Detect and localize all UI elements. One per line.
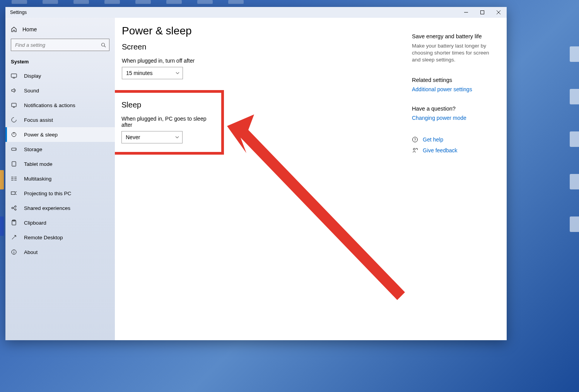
sleep-highlight-box: Sleep When plugged in, PC goes to sleep … bbox=[115, 90, 224, 155]
feedback-icon bbox=[412, 147, 418, 153]
projecting-icon bbox=[11, 190, 17, 196]
right-column: Save energy and battery life Make your b… bbox=[412, 33, 495, 158]
shared-icon bbox=[11, 205, 17, 211]
window-title: Settings bbox=[5, 10, 27, 15]
give-feedback-link: Give feedback bbox=[423, 147, 458, 153]
sleep-timeout-value: Never bbox=[126, 134, 140, 140]
sidebar-item-label: About bbox=[24, 249, 38, 255]
search-input[interactable] bbox=[11, 42, 109, 48]
settings-window: Settings Home bbox=[5, 7, 507, 340]
question-heading: Have a question? bbox=[412, 106, 495, 112]
screen-timeout-value: 15 minutes bbox=[126, 70, 152, 76]
svg-point-24 bbox=[15, 209, 16, 210]
svg-point-30 bbox=[14, 251, 14, 251]
sleep-heading: Sleep bbox=[121, 101, 214, 109]
svg-point-35 bbox=[413, 148, 415, 150]
chevron-down-icon bbox=[175, 136, 179, 138]
sleep-label: When plugged in, PC goes to sleep after bbox=[121, 116, 214, 128]
sidebar-item-label: Multitasking bbox=[24, 176, 51, 182]
sidebar-item-sound[interactable]: Sound bbox=[5, 83, 115, 98]
desktop-left-icons bbox=[0, 170, 4, 236]
tablet-icon bbox=[11, 161, 17, 167]
sidebar-item-label: Focus assist bbox=[24, 117, 53, 123]
svg-rect-8 bbox=[12, 103, 16, 107]
sidebar-item-shared-experiences[interactable]: Shared experiences bbox=[5, 201, 115, 215]
svg-point-14 bbox=[14, 165, 14, 165]
sidebar-item-remote-desktop[interactable]: Remote Desktop bbox=[5, 230, 115, 245]
additional-power-settings-link[interactable]: Additional power settings bbox=[412, 86, 495, 92]
help-icon: ? bbox=[412, 136, 418, 143]
maximize-icon bbox=[480, 10, 484, 14]
svg-point-23 bbox=[15, 206, 16, 207]
svg-line-25 bbox=[13, 207, 15, 208]
about-icon bbox=[11, 249, 17, 255]
chevron-down-icon bbox=[176, 72, 179, 74]
sidebar-item-label: Power & sleep bbox=[24, 132, 58, 138]
search-icon bbox=[101, 43, 106, 48]
sidebar-item-label: Tablet mode bbox=[24, 161, 53, 167]
energy-heading: Save energy and battery life bbox=[412, 33, 495, 39]
sleep-timeout-select[interactable]: Never bbox=[121, 131, 183, 143]
sidebar-section-label: System bbox=[5, 56, 115, 68]
sidebar-item-multitasking[interactable]: Multitasking bbox=[5, 171, 115, 186]
titlebar: Settings bbox=[5, 7, 507, 18]
multitasking-icon bbox=[11, 176, 17, 182]
sidebar-item-label: Remote Desktop bbox=[24, 235, 63, 240]
svg-text:?: ? bbox=[414, 138, 416, 141]
storage-icon bbox=[11, 146, 17, 152]
screen-timeout-select[interactable]: 15 minutes bbox=[122, 67, 183, 79]
sidebar-item-display[interactable]: Display bbox=[5, 68, 115, 83]
svg-marker-32 bbox=[227, 114, 405, 300]
related-heading: Related settings bbox=[412, 77, 495, 83]
svg-point-12 bbox=[15, 149, 16, 150]
search-input-wrap[interactable] bbox=[11, 39, 109, 51]
sidebar-nav: Display Sound Notifications & actions Fo… bbox=[5, 68, 115, 259]
sidebar-item-label: Shared experiences bbox=[24, 205, 70, 211]
get-help-link: Get help bbox=[423, 136, 443, 143]
window-controls bbox=[458, 7, 507, 18]
sidebar: Home System Display Sound bbox=[5, 18, 115, 340]
home-icon bbox=[11, 26, 17, 32]
svg-point-22 bbox=[12, 207, 13, 209]
display-icon bbox=[11, 73, 17, 79]
remote-desktop-icon bbox=[11, 234, 17, 240]
sidebar-item-projecting[interactable]: Projecting to this PC bbox=[5, 186, 115, 201]
svg-rect-6 bbox=[11, 74, 17, 77]
svg-point-4 bbox=[102, 43, 105, 46]
get-help-row[interactable]: ? Get help bbox=[412, 136, 495, 143]
content: Power & sleep Screen When plugged in, tu… bbox=[115, 18, 507, 340]
sidebar-item-tablet-mode[interactable]: Tablet mode bbox=[5, 157, 115, 171]
sound-icon bbox=[11, 87, 17, 94]
give-feedback-row[interactable]: Give feedback bbox=[412, 147, 495, 153]
changing-power-mode-link[interactable]: Changing power mode bbox=[412, 115, 495, 121]
sidebar-item-about[interactable]: About bbox=[5, 245, 115, 259]
sidebar-home[interactable]: Home bbox=[5, 22, 115, 36]
sidebar-item-label: Display bbox=[24, 73, 41, 79]
energy-text: Make your battery last longer by choosin… bbox=[412, 43, 495, 64]
minimize-button[interactable] bbox=[458, 7, 474, 18]
sidebar-item-label: Notifications & actions bbox=[24, 102, 75, 108]
power-icon bbox=[11, 131, 17, 138]
notifications-icon bbox=[11, 102, 17, 108]
close-button[interactable] bbox=[490, 7, 507, 18]
sidebar-item-notifications[interactable]: Notifications & actions bbox=[5, 98, 115, 112]
sidebar-item-focus-assist[interactable]: Focus assist bbox=[5, 112, 115, 127]
maximize-button[interactable] bbox=[474, 7, 490, 18]
sidebar-item-label: Storage bbox=[24, 147, 42, 152]
focus-assist-icon bbox=[11, 117, 17, 123]
svg-rect-1 bbox=[481, 11, 484, 14]
svg-line-26 bbox=[13, 208, 15, 209]
sidebar-home-label: Home bbox=[22, 26, 37, 32]
sidebar-item-label: Sound bbox=[24, 88, 39, 94]
minimize-icon bbox=[464, 10, 468, 14]
sidebar-item-storage[interactable]: Storage bbox=[5, 142, 115, 157]
sidebar-item-label: Projecting to this PC bbox=[24, 191, 71, 196]
sidebar-item-label: Clipboard bbox=[24, 220, 46, 226]
desktop-right-icons bbox=[570, 46, 579, 232]
sidebar-item-power-sleep[interactable]: Power & sleep bbox=[5, 127, 115, 142]
clipboard-icon bbox=[11, 220, 17, 226]
sidebar-item-clipboard[interactable]: Clipboard bbox=[5, 215, 115, 230]
close-icon bbox=[497, 10, 500, 14]
desktop-top-strip bbox=[0, 0, 579, 6]
svg-line-5 bbox=[104, 46, 106, 47]
